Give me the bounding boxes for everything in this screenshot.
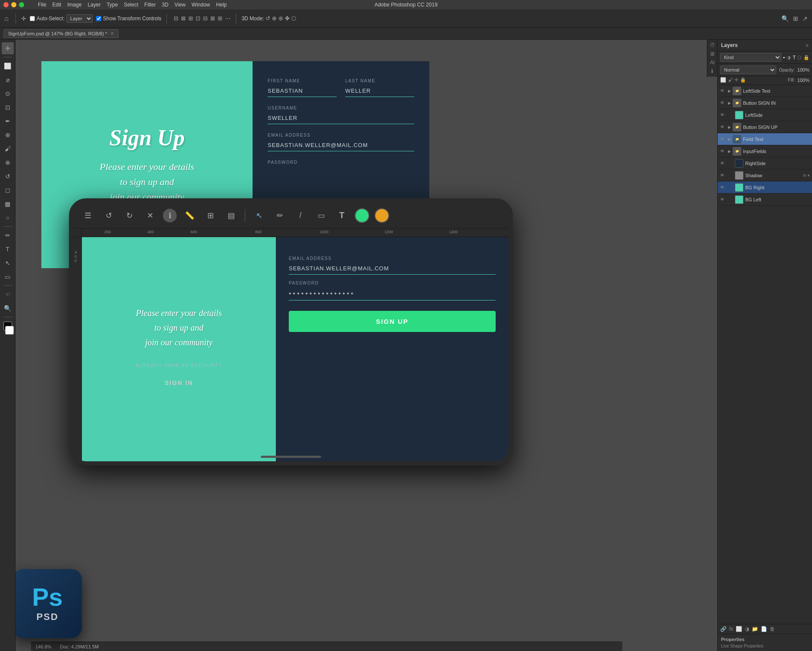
move-tool-icon[interactable]: ✛ xyxy=(21,15,26,22)
tool-gradient[interactable]: ▦ xyxy=(2,198,14,210)
workspace-icon[interactable]: ⊞ xyxy=(793,15,798,22)
3d-scale-icon[interactable]: ⬡ xyxy=(291,15,296,22)
show-transform-checkbox[interactable] xyxy=(96,16,101,21)
ipad-undo-icon[interactable]: ↺ xyxy=(101,208,116,223)
tool-move[interactable]: ✛ xyxy=(2,42,14,54)
ipad-signin-button[interactable]: SIGN IN xyxy=(110,373,248,393)
tool-healing[interactable]: ⊕ xyxy=(2,129,14,141)
layer-visibility-icon[interactable]: 👁 xyxy=(720,185,726,190)
tool-crop[interactable]: ⊡ xyxy=(2,101,14,113)
tab-close-icon[interactable]: ✕ xyxy=(110,31,114,36)
align-right-icon[interactable]: ⊞ xyxy=(188,15,193,22)
layer-visibility-icon[interactable]: 👁 xyxy=(720,149,726,153)
layers-collapse-icon[interactable]: ≡ xyxy=(806,43,809,48)
grid-side-icon[interactable]: ⊞ xyxy=(710,51,715,57)
delete-layer-icon[interactable]: 🗑 xyxy=(770,626,775,632)
ipad-pen-icon[interactable]: ✏ xyxy=(272,208,287,223)
filter-adjustment-icon[interactable]: ◑ xyxy=(787,55,791,60)
ipad-measure-icon[interactable]: 📏 xyxy=(182,208,197,223)
tool-hand[interactable]: ☜ xyxy=(2,288,14,300)
menu-edit[interactable]: Edit xyxy=(52,2,61,8)
layer-item-button-signin[interactable]: 👁 ▶ 📁 Button SIGN IN xyxy=(718,97,812,109)
menu-select[interactable]: Select xyxy=(124,2,138,8)
layer-visibility-icon[interactable]: 👁 xyxy=(720,173,726,178)
layer-expand-icon[interactable]: ▶ xyxy=(728,89,731,93)
3d-move-icon[interactable]: ⊛ xyxy=(278,15,283,22)
lock-all-icon[interactable]: 🔒 xyxy=(740,77,746,83)
tool-lasso[interactable]: ⌀ xyxy=(2,74,14,86)
history-side-icon[interactable]: ⏱ xyxy=(710,42,715,48)
blend-mode-dropdown[interactable]: Normal xyxy=(720,66,776,74)
ipad-info-icon[interactable]: ℹ xyxy=(163,209,177,222)
distribute-icon[interactable]: ⊞ xyxy=(218,15,222,22)
link-layers-icon[interactable]: 🔗 xyxy=(720,626,727,632)
layer-visibility-icon[interactable]: 👁 xyxy=(720,100,726,105)
tool-quick-select[interactable]: ⊙ xyxy=(2,88,14,100)
menu-image[interactable]: Image xyxy=(67,2,81,8)
menu-file[interactable]: File xyxy=(38,2,46,8)
add-mask-icon[interactable]: ⬜ xyxy=(736,626,742,632)
search-icon[interactable]: 🔍 xyxy=(781,15,789,22)
layer-item-button-signup[interactable]: 👁 ▶ 📁 Button SIGN UP xyxy=(718,121,812,133)
menu-type[interactable]: Type xyxy=(106,2,118,8)
filter-type-icon[interactable]: T xyxy=(793,55,796,60)
align-center-icon[interactable]: ⊠ xyxy=(181,15,186,22)
minimize-button[interactable] xyxy=(11,2,16,7)
tool-dodge[interactable]: ○ xyxy=(2,212,14,224)
layer-visibility-icon[interactable]: 👁 xyxy=(720,125,726,129)
layer-expand-icon[interactable]: ▶ xyxy=(728,149,731,153)
tool-eraser[interactable]: ◻ xyxy=(2,184,14,196)
ipad-color-orange[interactable] xyxy=(375,208,389,223)
layer-item-leftside[interactable]: 👁 LeftSide xyxy=(718,109,812,121)
layer-fx-button[interactable]: fx xyxy=(729,626,733,632)
tool-eyedropper[interactable]: ✒ xyxy=(2,115,14,127)
filter-shape-icon[interactable]: ⬡ xyxy=(797,55,802,60)
ipad-color-green[interactable] xyxy=(355,208,369,223)
menu-window[interactable]: Window xyxy=(192,2,210,8)
ipad-grid-icon[interactable]: ⊞ xyxy=(203,208,218,223)
background-color[interactable] xyxy=(5,326,14,335)
tool-zoom[interactable]: 🔍 xyxy=(2,302,14,314)
more-icon[interactable]: ⋯ xyxy=(225,15,231,22)
menu-view[interactable]: View xyxy=(175,2,186,8)
layer-expand-icon[interactable]: ▶ xyxy=(728,137,731,141)
layer-item-shadow[interactable]: 👁 Shadow fx ▾ xyxy=(718,169,812,182)
menu-layer[interactable]: Layer xyxy=(87,2,100,8)
kind-dropdown[interactable]: Kind xyxy=(720,53,781,62)
layer-visibility-icon[interactable]: 👁 xyxy=(720,137,726,141)
ipad-line-icon[interactable]: / xyxy=(293,208,308,223)
ipad-text-icon[interactable]: T xyxy=(334,208,350,223)
tool-brush[interactable]: 🖌 xyxy=(2,143,14,155)
layer-expand-icon[interactable]: ▶ xyxy=(728,125,731,129)
layer-visibility-icon[interactable]: 👁 xyxy=(720,88,726,93)
tab-signupform[interactable]: SignUpForm.psd @ 147% (BG Right, RGB/8) … xyxy=(3,29,119,38)
new-layer-icon[interactable]: 📄 xyxy=(761,626,767,632)
tool-path-select[interactable]: ↖ xyxy=(2,257,14,269)
close-button[interactable] xyxy=(3,2,9,7)
new-adjustment-icon[interactable]: ◑ xyxy=(745,626,749,632)
ipad-redo-icon[interactable]: ↻ xyxy=(122,208,137,223)
ipad-menu-icon[interactable]: ☰ xyxy=(80,208,96,223)
align-bottom-icon[interactable]: ⊠ xyxy=(210,15,215,22)
filter-pixel-icon[interactable]: ▪ xyxy=(783,55,785,60)
tool-clone[interactable]: ⊗ xyxy=(2,156,14,169)
maximize-button[interactable] xyxy=(19,2,24,7)
auto-select-dropdown[interactable]: Layer Group xyxy=(66,14,93,23)
tool-shape[interactable]: ▭ xyxy=(2,271,14,283)
ai-side-icon[interactable]: Ai xyxy=(710,59,715,66)
layer-item-bg-left[interactable]: 👁 BG Left xyxy=(718,194,812,206)
align-left-icon[interactable]: ⊟ xyxy=(174,15,178,22)
align-middle-icon[interactable]: ⊟ xyxy=(203,15,208,22)
layer-item-leftside-text[interactable]: 👁 ▶ 📁 LeftSide Text xyxy=(718,85,812,97)
tool-type[interactable]: T xyxy=(2,243,14,255)
ipad-layers-icon[interactable]: ▤ xyxy=(223,208,239,223)
ipad-rect-icon[interactable]: ▭ xyxy=(313,208,329,223)
3d-slide-icon[interactable]: ✤ xyxy=(285,15,290,22)
3d-pan-icon[interactable]: ⊕ xyxy=(272,15,277,22)
ipad-close-icon[interactable]: ✕ xyxy=(142,208,158,223)
layer-item-bg-right[interactable]: 👁 BG Right xyxy=(718,182,812,194)
3d-rotate-icon[interactable]: ↺ xyxy=(265,15,270,22)
menu-help[interactable]: Help xyxy=(216,2,227,8)
tool-pen[interactable]: ✏ xyxy=(2,229,14,241)
layer-visibility-icon[interactable]: 👁 xyxy=(720,161,726,166)
